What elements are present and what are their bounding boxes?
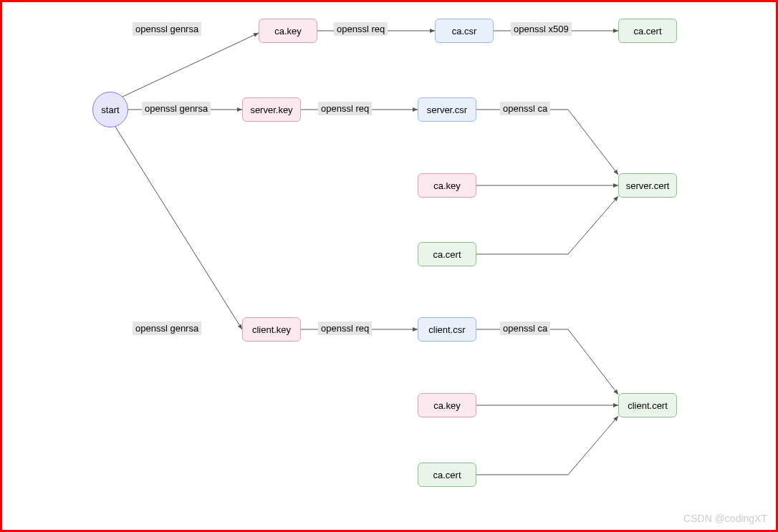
edge-ca-client: openssl ca <box>500 321 550 335</box>
edge-req-client: openssl req <box>318 321 372 335</box>
node-server-key: server.key <box>242 97 301 122</box>
node-server-csr: server.csr <box>418 97 476 122</box>
edge-req-server: openssl req <box>318 102 372 115</box>
node-ca-cert-client-input: ca.cert <box>418 463 476 487</box>
node-ca-cert-server-input: ca.cert <box>418 242 476 266</box>
node-client-key: client.key <box>242 317 301 342</box>
node-ca-cert: ca.cert <box>618 19 677 43</box>
node-ca-key: ca.key <box>259 19 317 43</box>
node-client-cert: client.cert <box>618 393 677 417</box>
node-server-cert: server.cert <box>618 173 677 198</box>
watermark: CSDN @codingXT <box>683 513 767 524</box>
connectors-svg <box>2 2 778 532</box>
edge-ca-server: openssl ca <box>500 102 550 115</box>
node-ca-key-client-input: ca.key <box>418 393 476 417</box>
edge-req-ca: openssl req <box>334 22 388 36</box>
edge-genrsa-server: openssl genrsa <box>142 102 211 115</box>
node-ca-key-server-input: ca.key <box>418 173 476 198</box>
diagram-frame: start openssl genrsa ca.key openssl req … <box>0 0 778 532</box>
node-ca-csr: ca.csr <box>435 19 494 43</box>
edge-genrsa-client: openssl genrsa <box>133 321 201 335</box>
node-client-csr: client.csr <box>418 317 476 342</box>
svg-line-0 <box>121 33 259 97</box>
start-node: start <box>92 92 128 127</box>
edge-genrsa-ca: openssl genrsa <box>133 22 201 36</box>
edge-x509: openssl x509 <box>511 22 572 36</box>
svg-line-6 <box>115 127 242 329</box>
